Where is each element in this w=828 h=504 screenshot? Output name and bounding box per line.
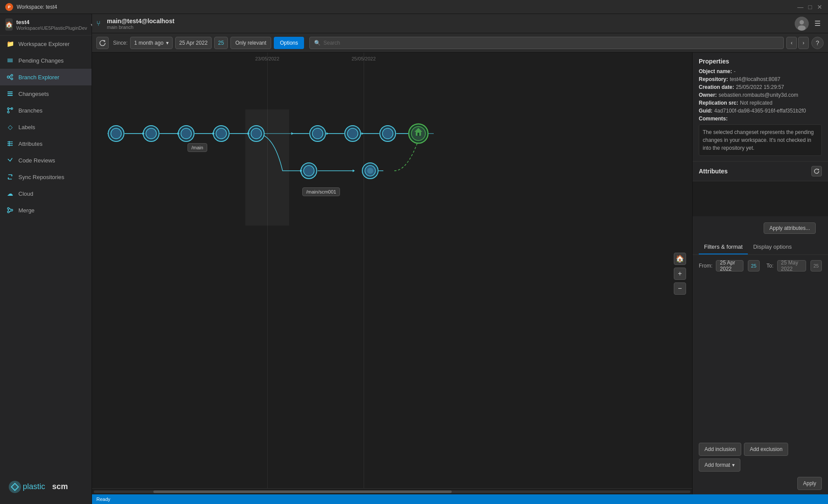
sidebar-item-attributes[interactable]: Attributes	[0, 135, 92, 152]
prop-object-name: Object name: -	[699, 68, 822, 74]
sidebar-item-code-reviews[interactable]: Code Reviews	[0, 152, 92, 169]
svg-marker-76	[326, 132, 329, 135]
app: 🏠 test4 Workspace\UE5PlasticPluginDev ▾ …	[0, 14, 828, 504]
sidebar-item-sync-repositories[interactable]: Sync Repositories	[0, 169, 92, 185]
since-dropdown[interactable]: 1 month ago ▾	[130, 37, 173, 49]
help-button[interactable]: ?	[811, 37, 824, 49]
filter-to-date[interactable]: 25 May 2022	[777, 260, 806, 271]
graph-area[interactable]: 23/05/2022 25/05/2022	[92, 53, 692, 494]
svg-point-54	[251, 128, 262, 139]
svg-point-46	[111, 128, 121, 139]
add-format-chevron-icon: ▾	[732, 462, 735, 468]
options-button[interactable]: Options	[274, 37, 304, 49]
tab-display-options[interactable]: Display options	[748, 240, 797, 254]
sidebar-item-branches[interactable]: Branches	[0, 102, 92, 119]
svg-point-67	[304, 166, 314, 176]
svg-line-26	[9, 211, 11, 212]
sidebar-label-cloud: Cloud	[18, 190, 85, 197]
properties-section: Properties Object name: - Repository: te…	[693, 53, 828, 162]
sidebar-item-changesets[interactable]: Changesets	[0, 85, 92, 102]
attributes-refresh-button[interactable]	[811, 166, 822, 176]
prop-replication: Replication src: Not replicated	[699, 100, 822, 106]
sidebar-label-labels: Labels	[18, 124, 85, 130]
prop-val-owner: sebastien.rombauts@unity3d.com	[718, 92, 798, 98]
sidebar-item-merge[interactable]: Merge	[0, 202, 92, 219]
add-exclusion-button[interactable]: Add exclusion	[744, 443, 788, 456]
filter-to-cs[interactable]: 25	[810, 260, 822, 271]
svg-point-31	[800, 20, 804, 25]
filters-tabs: Filters & format Display options	[693, 240, 828, 255]
refresh-button[interactable]	[96, 37, 109, 49]
branch-name: main@test4@localhost	[107, 18, 174, 25]
merge-icon	[6, 206, 14, 214]
add-format-button[interactable]: Add format ▾	[699, 458, 740, 472]
sidebar-item-cloud[interactable]: ☁ Cloud	[0, 185, 92, 202]
workspace-header[interactable]: 🏠 test4 Workspace\UE5PlasticPluginDev ▾	[0, 14, 92, 35]
svg-rect-65	[418, 133, 419, 136]
svg-point-5	[11, 78, 13, 80]
branch-label-scm001: /main/scm001	[302, 187, 340, 196]
sidebar-item-pending-changes[interactable]: Pending Changes	[0, 52, 92, 69]
apply-attrs-container: Apply attributes...	[693, 216, 828, 240]
zoom-out-button[interactable]: −	[674, 282, 686, 295]
content: ⑂ main@test4@localhost main branch ☰ Sin…	[92, 14, 828, 504]
prop-repository: Repository: test4@localhost:8087	[699, 76, 822, 82]
close-button[interactable]: ✕	[817, 4, 823, 10]
sidebar-label-pending-changes: Pending Changes	[18, 57, 85, 64]
apply-attributes-button[interactable]: Apply attributes...	[764, 222, 816, 234]
right-panel: Properties Object name: - Repository: te…	[692, 53, 828, 494]
add-format-label: Add format	[704, 462, 730, 468]
next-arrow-button[interactable]: ›	[798, 37, 809, 49]
comments-text: The selected changeset represents the pe…	[699, 124, 822, 156]
zoom-controls: 🏠 + −	[674, 253, 686, 295]
zoom-in-button[interactable]: +	[674, 268, 686, 280]
main-split: 23/05/2022 25/05/2022	[92, 53, 828, 494]
add-inclusion-button[interactable]: Add inclusion	[699, 443, 741, 456]
svg-point-11	[7, 111, 9, 113]
svg-marker-79	[353, 169, 355, 172]
home-icon: 🏠	[5, 18, 13, 31]
sidebar: 🏠 test4 Workspace\UE5PlasticPluginDev ▾ …	[0, 14, 92, 504]
sidebar-label-attributes: Attributes	[18, 141, 85, 147]
scroll-thumb[interactable]	[153, 490, 452, 493]
home-view-button[interactable]: 🏠	[674, 253, 686, 265]
date-from-chip[interactable]: 25 Apr 2022	[175, 37, 212, 49]
workspace-info: test4 Workspace\UE5PlasticPluginDev	[16, 19, 87, 31]
workspace-name: test4	[16, 19, 87, 25]
sidebar-item-workspace-explorer[interactable]: 📁 Workspace Explorer	[0, 35, 92, 52]
sidebar-label-workspace-explorer: Workspace Explorer	[18, 41, 85, 47]
branch-header-text: main@test4@localhost main branch	[107, 18, 174, 30]
minimize-button[interactable]: —	[797, 4, 803, 10]
search-icon: 🔍	[314, 40, 321, 46]
cloud-icon: ☁	[6, 190, 14, 197]
attributes-body	[693, 181, 828, 216]
maximize-button[interactable]: □	[807, 4, 813, 10]
filter-from-cs[interactable]: 25	[748, 260, 759, 271]
hamburger-button[interactable]: ☰	[811, 18, 824, 30]
only-relevant-button[interactable]: Only relevant	[230, 37, 271, 49]
prop-comments-label: Comments:	[699, 116, 822, 122]
filter-from-date[interactable]: 25 Apr 2022	[716, 260, 743, 271]
svg-line-7	[9, 78, 11, 78]
sidebar-item-branch-explorer[interactable]: Branch Explorer	[0, 69, 92, 85]
prev-arrow-button[interactable]: ‹	[786, 37, 797, 49]
svg-marker-33	[104, 40, 106, 42]
search-bar[interactable]: 🔍 Search	[309, 37, 784, 49]
svg-point-70	[367, 168, 373, 174]
svg-point-27	[9, 481, 21, 493]
attributes-header: Attributes	[693, 162, 828, 181]
svg-point-48	[146, 128, 156, 139]
branch-header-icon: ⑂	[96, 20, 101, 28]
properties-title: Properties	[699, 58, 822, 65]
sidebar-label-branches: Branches	[18, 107, 85, 114]
branches-icon	[6, 106, 14, 114]
branch-sub: main branch	[107, 25, 174, 30]
user-avatar[interactable]	[795, 17, 809, 31]
sidebar-item-labels[interactable]: ◇ Labels	[0, 119, 92, 135]
tab-filters-format[interactable]: Filters & format	[699, 240, 748, 254]
apply-button[interactable]: Apply	[797, 477, 822, 490]
since-chevron-icon: ▾	[166, 40, 169, 46]
horizontal-scrollbar[interactable]	[92, 488, 692, 494]
sync-icon	[6, 173, 14, 181]
cs-badge[interactable]: 25	[214, 37, 228, 49]
